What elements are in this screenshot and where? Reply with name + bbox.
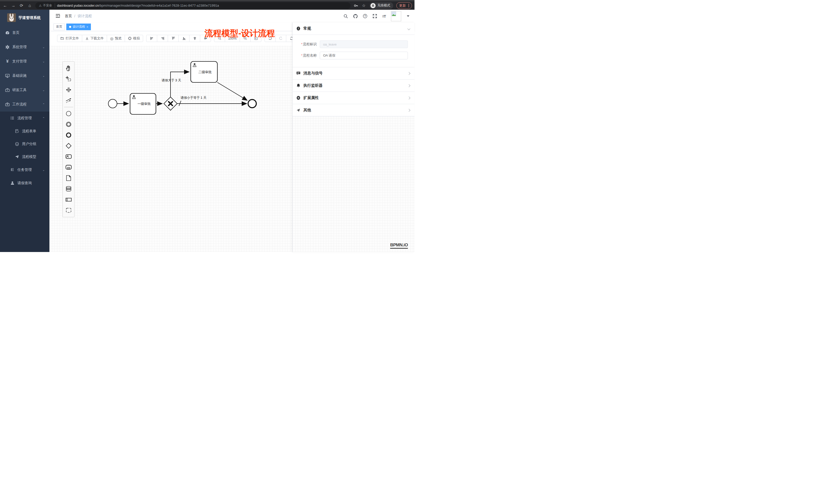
sidebar-item-system[interactable]: 系统管理 ⌄ bbox=[0, 40, 49, 54]
sidebar-item-devtools[interactable]: 研发工具 ⌄ bbox=[0, 83, 49, 97]
browser-back-button[interactable]: ← bbox=[3, 3, 8, 8]
create-participant[interactable] bbox=[63, 194, 74, 205]
chevron-up-icon: ⌃ bbox=[42, 117, 45, 120]
fullscreen-icon[interactable] bbox=[372, 14, 377, 18]
start-event[interactable] bbox=[108, 99, 117, 108]
logo-avatar bbox=[7, 13, 16, 22]
align-left-button[interactable] bbox=[146, 35, 157, 42]
task1-label: 一级审批 bbox=[138, 102, 151, 106]
process-key-label: *流程标识 bbox=[293, 42, 320, 46]
zoom-reset-button[interactable] bbox=[250, 35, 261, 42]
process-name-input[interactable] bbox=[320, 52, 408, 60]
zoom-out-button[interactable] bbox=[214, 35, 225, 42]
button-label: 下载文件 bbox=[91, 36, 104, 41]
open-file-button[interactable]: 打开文件 bbox=[57, 35, 82, 42]
palette-separator bbox=[64, 107, 73, 107]
create-data-store[interactable] bbox=[63, 184, 74, 194]
search-icon[interactable] bbox=[343, 14, 348, 18]
sidebar-item-label: 流程表单 bbox=[22, 129, 36, 133]
browser-menu-icon[interactable] bbox=[408, 4, 409, 7]
font-size-icon[interactable]: TT bbox=[382, 14, 386, 18]
sidebar-item-user-group[interactable]: 用户分组 bbox=[0, 138, 49, 150]
github-icon[interactable] bbox=[353, 14, 358, 18]
sidebar-item-process-mgmt[interactable]: 流程管理 ⌃ bbox=[0, 112, 49, 125]
preview-button[interactable]: ◎ 预览 bbox=[107, 35, 125, 42]
sidebar-fold-icon[interactable] bbox=[56, 14, 60, 18]
section-title: 执行监听器 bbox=[303, 83, 323, 88]
app-logo[interactable]: 芋道管理系统 bbox=[0, 10, 49, 26]
message-icon bbox=[296, 71, 300, 75]
button-label: 预览 bbox=[115, 36, 121, 41]
tag-close-icon[interactable]: × bbox=[86, 25, 88, 28]
sidebar-item-workflow[interactable]: 工作流程 ⌃ bbox=[0, 97, 49, 112]
person-icon bbox=[10, 181, 15, 186]
create-gateway[interactable] bbox=[63, 141, 74, 151]
bpmn-io-logo[interactable]: BPMN.iO bbox=[390, 242, 408, 249]
simulate-button[interactable]: 模拟 bbox=[125, 35, 143, 42]
align-right-button[interactable] bbox=[157, 35, 168, 42]
sidebar-item-label: 系统管理 bbox=[12, 45, 27, 49]
align-vcenter-button[interactable] bbox=[189, 35, 200, 42]
bookmark-star-icon[interactable]: ☆ bbox=[361, 3, 366, 8]
space-tool[interactable] bbox=[63, 84, 74, 95]
create-end-event[interactable] bbox=[63, 130, 74, 141]
lasso-tool[interactable] bbox=[63, 74, 74, 84]
user-task-level2[interactable]: 二级审批 bbox=[191, 62, 217, 82]
zoom-level[interactable]: 100% bbox=[225, 35, 240, 42]
browser-reload-button[interactable]: ⟳ bbox=[19, 3, 24, 8]
undo-button[interactable] bbox=[264, 35, 276, 42]
breadcrumb-home[interactable]: 首页 bbox=[65, 14, 72, 18]
help-icon[interactable]: ? bbox=[363, 14, 367, 18]
create-user-task[interactable] bbox=[63, 151, 74, 162]
section-title: 消息与信号 bbox=[303, 71, 323, 76]
process-key-input[interactable] bbox=[320, 40, 408, 48]
browser-home-button[interactable]: ⌂ bbox=[27, 3, 32, 8]
hand-tool[interactable] bbox=[63, 63, 74, 74]
avatar-dropdown-caret[interactable] bbox=[407, 15, 409, 17]
align-hcenter-button[interactable] bbox=[200, 35, 211, 42]
align-bottom-button[interactable] bbox=[178, 35, 189, 42]
end-event[interactable] bbox=[248, 100, 256, 108]
zoom-in-button[interactable] bbox=[240, 35, 251, 42]
browser-forward-button[interactable]: → bbox=[11, 3, 16, 8]
flow-gateway-to-task2[interactable] bbox=[171, 72, 189, 97]
browser-update-button[interactable]: 更新 bbox=[396, 2, 412, 9]
app-root: 芋道管理系统 首页 系统管理 ⌄ ¥ 支付管理 ⌄ 基础设施 ⌄ bbox=[0, 10, 414, 252]
sidebar-item-label: 支付管理 bbox=[12, 59, 27, 64]
sidebar-item-task-mgmt[interactable]: 任务管理 ⌄ bbox=[0, 163, 49, 177]
global-connect-tool[interactable] bbox=[63, 95, 74, 106]
create-start-event[interactable] bbox=[63, 108, 74, 119]
download-file-button[interactable]: 下载文件 bbox=[82, 35, 107, 42]
tag-home[interactable]: 首页 bbox=[53, 24, 65, 30]
sidebar-item-label: 用户分组 bbox=[22, 142, 36, 146]
flow-task2-to-end[interactable] bbox=[217, 82, 247, 100]
password-key-icon[interactable] bbox=[354, 3, 358, 8]
section-execution-listener[interactable]: 执行监听器 bbox=[293, 80, 414, 92]
section-other[interactable]: 其他 bbox=[293, 104, 414, 116]
sidebar-item-payment[interactable]: ¥ 支付管理 ⌄ bbox=[0, 54, 49, 69]
section-general[interactable]: i 常规 bbox=[293, 23, 414, 35]
address-bar[interactable]: ⚠ 不安全 dashboard.yudao.iocoder.cn/bpm/man… bbox=[35, 2, 351, 9]
create-subprocess[interactable] bbox=[63, 162, 74, 173]
user-task-level1[interactable]: 一级审批 bbox=[130, 93, 156, 114]
create-data-object[interactable] bbox=[63, 173, 74, 184]
sidebar-item-home[interactable]: 首页 bbox=[0, 26, 49, 40]
section-extended-attrs[interactable]: 扩展属性 bbox=[293, 92, 414, 104]
user-avatar[interactable] bbox=[391, 11, 401, 21]
sidebar-item-infra[interactable]: 基础设施 ⌄ bbox=[0, 69, 49, 83]
sidebar-item-process-form[interactable]: 流程表单 bbox=[0, 125, 49, 138]
align-top-button[interactable] bbox=[168, 35, 179, 42]
tag-design-active[interactable]: 设计流程 × bbox=[66, 24, 91, 30]
section-message-signal[interactable]: 消息与信号 bbox=[293, 67, 414, 80]
sidebar-item-process-model[interactable]: 流程模型 bbox=[0, 150, 49, 163]
exclusive-gateway[interactable] bbox=[164, 97, 177, 110]
site-security-indicator[interactable]: ⚠ 不安全 bbox=[39, 3, 55, 8]
monitor-icon bbox=[5, 73, 10, 78]
redo-button[interactable] bbox=[275, 35, 286, 42]
general-form: *流程标识 *流程名称 bbox=[293, 35, 414, 67]
form-edit-icon bbox=[15, 129, 20, 133]
warning-icon: ⚠ bbox=[39, 4, 42, 7]
sidebar-item-leave-query[interactable]: 请假查询 bbox=[0, 177, 49, 190]
create-group[interactable] bbox=[63, 205, 74, 216]
create-intermediate-event[interactable] bbox=[63, 119, 74, 130]
